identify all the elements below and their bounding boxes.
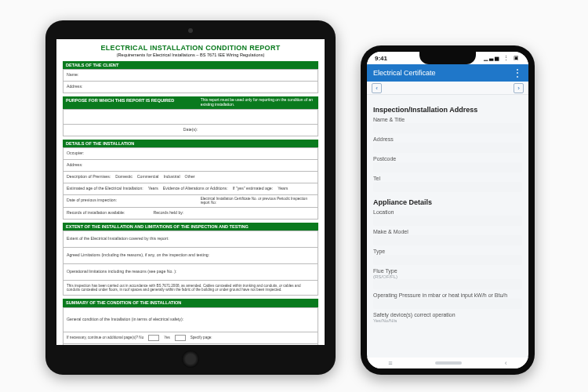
section-summary: SUMMARY OF THE CONDITION OF THE INSTALLA… [63, 299, 318, 307]
field-operating-pressure[interactable]: Operating Pressure in mbar or heat input… [373, 292, 522, 309]
tablet-camera [188, 28, 193, 33]
client-address-row[interactable]: Address: [63, 82, 318, 93]
label-safety-devices: Safety device(s) correct operation [373, 312, 522, 318]
field-safety-devices[interactable]: Safety device(s) correct operation Yes/N… [373, 312, 522, 323]
input-flue-type[interactable] [373, 279, 522, 289]
occupier-label: Occupier: [67, 151, 84, 156]
input-location[interactable] [373, 216, 522, 226]
date-label: Date(s): [183, 128, 198, 132]
status-time: 9:41 [375, 55, 387, 62]
client-name-row[interactable]: Name: [63, 69, 318, 82]
prev-inspection-row[interactable]: Date of previous inspection: Electrical … [63, 195, 318, 208]
label-postcode: Postcode [373, 156, 522, 162]
eicr-form: ELECTRICAL INSTALLATION CONDITION REPORT… [56, 39, 325, 345]
yes-label: Yes [164, 336, 170, 339]
client-address-label: Address: [67, 85, 82, 89]
section-extent-label: EXTENT OF THE INSTALLATION AND LIMITATIO… [66, 224, 249, 229]
input-make-model[interactable] [373, 235, 522, 245]
years-label-2: Years [278, 187, 288, 191]
continue-row[interactable]: If necessary, continue on additional pag… [63, 332, 318, 344]
years-label-1: Years [148, 187, 158, 191]
label-location: Location [373, 209, 522, 215]
form-subtitle: (Requirements for Electrical Installatio… [63, 53, 318, 57]
premises-commercial: Commercial [137, 175, 159, 180]
toolbar-forward-button[interactable]: › [514, 83, 524, 93]
section-purpose-label: PURPOSE FOR WHICH THIS REPORT IS REQUIRE… [66, 98, 174, 107]
agreed-limitations-label: Agreed Limitations (including the reason… [67, 253, 209, 258]
field-type[interactable]: Type [373, 249, 522, 265]
prev-inspection-label: Date of previous inspection: [67, 198, 117, 203]
install-address-row[interactable]: Address: [63, 160, 318, 172]
tablet-home-button[interactable] [182, 350, 199, 368]
section-appliance-title: Appliance Details [373, 198, 522, 206]
premises-industrial: Industrial [164, 175, 180, 180]
toolbar-back-button[interactable]: ‹ [372, 83, 382, 93]
toolbar: ‹ › [367, 82, 528, 95]
estimated-age-label: Estimated age of the Electrical Installa… [67, 187, 143, 191]
input-postcode[interactable] [373, 162, 522, 172]
records-held-by-label: Records held by: [153, 211, 183, 216]
field-tel[interactable]: Tel [373, 176, 522, 192]
purpose-note: This report must be used only for report… [201, 98, 315, 107]
continue-no-box[interactable] [148, 335, 159, 341]
kebab-menu-icon[interactable]: ⋮ [513, 68, 522, 78]
phone-device: 9:41 ▁▃▅ ⋮ ▣ Electrical Certificate ⋮ ‹ … [361, 45, 535, 375]
field-postcode[interactable]: Postcode [373, 156, 522, 172]
field-address[interactable]: Address [373, 136, 522, 153]
purpose-row[interactable] [63, 109, 318, 125]
app-bar: Electrical Certificate ⋮ [367, 64, 528, 82]
install-address-label: Address: [67, 163, 82, 168]
input-name-title[interactable] [373, 123, 522, 133]
extent-row[interactable]: Extent of the Electrical Installation co… [63, 230, 318, 248]
evidence-label: Evidence of Alterations or Additions: [163, 187, 228, 191]
section-installation-label: DETAILS OF THE INSTALLATION [66, 141, 134, 146]
if-yes-label: If "yes" estimated age: [233, 187, 274, 191]
label-flue-type: Flue Type [373, 268, 522, 274]
input-tel[interactable] [373, 182, 522, 192]
age-evidence-row[interactable]: Estimated age of the Electrical Installa… [63, 183, 318, 195]
label-type: Type [373, 249, 522, 254]
nav-recent-icon[interactable]: ≡ [388, 359, 392, 367]
general-condition-label: General condition of the Installation (i… [67, 318, 183, 322]
input-address[interactable] [373, 143, 522, 153]
field-make-model[interactable]: Make & Model [373, 229, 522, 245]
tablet-device: ELECTRICAL INSTALLATION CONDITION REPORT… [45, 20, 336, 375]
desc-premises-label: Description of Premises: [67, 175, 111, 180]
purpose-date-row[interactable]: Date(s): [63, 125, 318, 136]
section-client-label: DETAILS OF THE CLIENT [66, 63, 118, 67]
label-name-title: Name & Title [373, 117, 522, 122]
bs-note-row: This inspection has been carried out in … [63, 281, 318, 296]
extent-label: Extent of the Electrical Installation co… [67, 237, 169, 241]
operational-limitations-row[interactable]: Operational limitations including the re… [63, 264, 318, 281]
nav-back-icon[interactable]: ‹ [505, 359, 507, 367]
occupier-row[interactable]: Occupier: [63, 147, 318, 160]
section-purpose: PURPOSE FOR WHICH THIS REPORT IS REQUIRE… [63, 96, 318, 109]
records-available-label: Records of installation available: [67, 211, 125, 216]
general-condition-row[interactable]: General condition of the Installation (i… [63, 307, 318, 332]
stage: ELECTRICAL INSTALLATION CONDITION REPORT… [0, 0, 588, 392]
field-flue-type[interactable]: Flue Type (RS/OF/FL) [373, 268, 522, 289]
continue-yes-box[interactable] [175, 335, 186, 341]
field-name-title[interactable]: Name & Title [373, 117, 522, 133]
hint-safety-devices: Yes/No/N/a [373, 318, 522, 323]
scroll-content[interactable]: Inspection/Installation Address Name & T… [367, 95, 528, 337]
section-summary-label: SUMMARY OF THE CONDITION OF THE INSTALLA… [66, 300, 181, 305]
premises-row[interactable]: Description of Premises: Domestic Commer… [63, 172, 318, 183]
tablet-screen: ELECTRICAL INSTALLATION CONDITION REPORT… [56, 39, 325, 345]
input-type[interactable] [373, 255, 522, 265]
app-bar-title: Electrical Certificate [373, 69, 436, 77]
overall-row: Overall assessment of the installation: … [63, 344, 318, 345]
android-nav-bar: ≡ ‹ [367, 358, 528, 368]
nav-home-pill[interactable] [435, 361, 462, 365]
records-row[interactable]: Records of installation available: Recor… [63, 208, 318, 220]
section-client: DETAILS OF THE CLIENT [63, 61, 318, 69]
field-location[interactable]: Location [373, 209, 522, 226]
label-address: Address [373, 136, 522, 142]
specify-label: Specify page: [191, 336, 212, 339]
phone-notch [419, 52, 476, 64]
label-make-model: Make & Model [373, 229, 522, 234]
section-installation: DETAILS OF THE INSTALLATION [63, 140, 318, 147]
input-operating-pressure[interactable] [373, 299, 522, 309]
label-operating-pressure: Operating Pressure in mbar or heat input… [373, 292, 522, 298]
agreed-limitations-row[interactable]: Agreed Limitations (including the reason… [63, 248, 318, 264]
